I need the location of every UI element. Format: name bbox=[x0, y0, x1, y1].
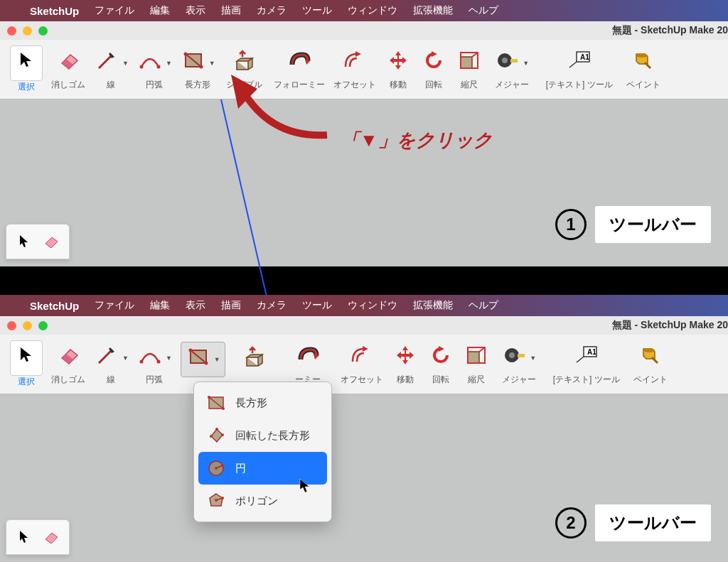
tool-arc-label: 円弧 bbox=[146, 79, 163, 91]
menu-edit[interactable]: 編集 bbox=[150, 4, 170, 17]
dropdown-label: 回転した長方形 bbox=[235, 429, 310, 443]
menu-camera[interactable]: カメラ bbox=[257, 299, 287, 312]
tool-move[interactable]: 移動 bbox=[380, 45, 416, 94]
mini-palette[interactable] bbox=[6, 224, 70, 259]
menu-tools[interactable]: ツール bbox=[302, 299, 332, 312]
menu-ext[interactable]: 拡張機能 bbox=[413, 4, 453, 17]
tool-rotate-label: 回転 bbox=[425, 79, 442, 91]
svg-point-26 bbox=[509, 352, 515, 358]
tool-tape[interactable]: ▼ メジャー bbox=[487, 45, 537, 94]
menubar: SketchUp ファイル 編集 表示 描画 カメラ ツール ウィンドウ 拡張機… bbox=[0, 295, 728, 316]
tool-eraser[interactable]: 消しゴム bbox=[47, 45, 90, 94]
menu-help[interactable]: ヘルプ bbox=[469, 4, 498, 17]
tool-text[interactable]: A1 [テキスト] ツール bbox=[537, 45, 622, 94]
menu-window[interactable]: ウィンドウ bbox=[348, 299, 397, 312]
tool-arc-label: 円弧 bbox=[146, 374, 163, 386]
menu-help[interactable]: ヘルプ bbox=[469, 299, 498, 312]
minimize-icon[interactable] bbox=[23, 26, 32, 36]
tool-text[interactable]: A1 [テキスト] ツール bbox=[544, 340, 629, 389]
tool-line[interactable]: ▼ 線 bbox=[90, 340, 133, 389]
chevron-down-icon[interactable]: ▼ bbox=[122, 60, 129, 67]
tool-arc[interactable]: ▼ 円弧 bbox=[133, 340, 176, 389]
chevron-down-icon[interactable]: ▼ bbox=[166, 60, 172, 67]
menu-edit[interactable]: 編集 bbox=[150, 299, 170, 312]
menu-file[interactable]: ファイル bbox=[95, 4, 134, 17]
badge-label: ツールバー bbox=[595, 504, 711, 541]
menu-view[interactable]: 表示 bbox=[186, 299, 205, 312]
svg-text:A1: A1 bbox=[580, 53, 589, 61]
tool-eraser-label: 消しゴム bbox=[51, 79, 85, 91]
svg-point-44 bbox=[215, 499, 218, 502]
dropdown-item-rotated-rectangle[interactable]: 回転した長方形 bbox=[198, 419, 327, 452]
tool-paint[interactable]: ペイント bbox=[622, 45, 665, 94]
svg-line-14 bbox=[569, 62, 577, 67]
dropdown-label: 長方形 bbox=[235, 396, 267, 410]
tool-offset[interactable]: オフセット bbox=[336, 340, 387, 389]
badge-2: 2 ツールバー bbox=[555, 504, 711, 541]
menu-app[interactable]: SketchUp bbox=[30, 5, 79, 17]
menu-file[interactable]: ファイル bbox=[95, 299, 134, 312]
circle-number: 1 bbox=[555, 209, 587, 240]
menu-camera[interactable]: カメラ bbox=[257, 4, 287, 17]
tool-pushpull[interactable] bbox=[230, 341, 279, 388]
svg-point-41 bbox=[215, 467, 218, 470]
svg-point-37 bbox=[215, 428, 218, 431]
tool-text-label: [テキスト] ツール bbox=[546, 79, 613, 91]
close-icon[interactable] bbox=[7, 321, 16, 330]
chevron-down-icon[interactable]: ▼ bbox=[122, 355, 129, 362]
tool-move[interactable]: 移動 bbox=[387, 340, 423, 389]
chevron-down-icon[interactable]: ▼ bbox=[214, 356, 220, 363]
maximize-icon[interactable] bbox=[38, 321, 48, 330]
svg-line-30 bbox=[577, 357, 584, 362]
tool-rotate[interactable]: 回転 bbox=[423, 340, 459, 389]
tool-select[interactable]: 選択 bbox=[6, 337, 47, 391]
maximize-icon[interactable] bbox=[38, 26, 48, 36]
circle-number: 2 bbox=[555, 507, 587, 539]
chevron-down-icon[interactable]: ▼ bbox=[530, 355, 536, 362]
cursor-icon bbox=[12, 231, 36, 252]
svg-point-2 bbox=[156, 65, 160, 69]
chevron-down-icon[interactable]: ▼ bbox=[166, 355, 172, 362]
svg-point-35 bbox=[222, 407, 225, 410]
tool-eraser[interactable]: 消しゴム bbox=[47, 340, 90, 389]
menu-view[interactable]: 表示 bbox=[186, 4, 205, 17]
annotation-text: 「▼」をクリック bbox=[341, 128, 493, 153]
tool-paint[interactable]: ペイント bbox=[629, 340, 672, 389]
dropdown-item-rectangle[interactable]: 長方形 bbox=[198, 387, 327, 419]
window-header: 無題 - SketchUp Make 20 bbox=[0, 316, 728, 335]
svg-point-31 bbox=[643, 348, 655, 352]
svg-rect-23 bbox=[468, 352, 479, 363]
tool-scale[interactable]: 縮尺 bbox=[459, 340, 494, 389]
svg-point-45 bbox=[221, 497, 224, 499]
tool-line[interactable]: ▼ 線 bbox=[90, 45, 133, 94]
cursor-icon bbox=[299, 478, 311, 494]
tool-select[interactable]: 選択 bbox=[6, 43, 47, 96]
tool-rotate[interactable]: 回転 bbox=[416, 45, 451, 94]
menu-ext[interactable]: 拡張機能 bbox=[413, 299, 453, 312]
svg-line-16 bbox=[99, 350, 112, 363]
svg-rect-7 bbox=[461, 57, 472, 68]
tool-tape-label: メジャー bbox=[495, 79, 529, 91]
minimize-icon[interactable] bbox=[23, 321, 32, 330]
badge-1: 1 ツールバー bbox=[555, 206, 711, 243]
eraser-icon bbox=[39, 526, 63, 548]
tool-move-label: 移動 bbox=[397, 374, 414, 386]
menu-tools[interactable]: ツール bbox=[302, 4, 332, 17]
svg-point-22 bbox=[204, 361, 208, 364]
close-icon[interactable] bbox=[7, 26, 16, 36]
tool-scale[interactable]: 縮尺 bbox=[451, 45, 487, 94]
menubar: SketchUp ファイル 編集 表示 描画 カメラ ツール ウィンドウ 拡張機… bbox=[0, 0, 728, 21]
circle-icon bbox=[207, 459, 225, 477]
svg-point-36 bbox=[210, 435, 213, 438]
mini-palette[interactable] bbox=[6, 519, 70, 555]
menu-draw[interactable]: 描画 bbox=[221, 299, 241, 312]
tool-arc[interactable]: ▼ 円弧 bbox=[133, 45, 176, 94]
shape-dropdown: 長方形 回転した長方形 円 ポリゴン bbox=[193, 382, 332, 522]
menu-window[interactable]: ウィンドウ bbox=[348, 4, 397, 17]
chevron-down-icon[interactable]: ▼ bbox=[523, 60, 529, 67]
tool-tape[interactable]: ▼ メジャー bbox=[494, 340, 544, 389]
menu-draw[interactable]: 描画 bbox=[221, 4, 241, 17]
menu-app[interactable]: SketchUp bbox=[30, 300, 79, 312]
svg-point-34 bbox=[208, 396, 210, 399]
chevron-down-icon[interactable]: ▼ bbox=[209, 60, 215, 67]
